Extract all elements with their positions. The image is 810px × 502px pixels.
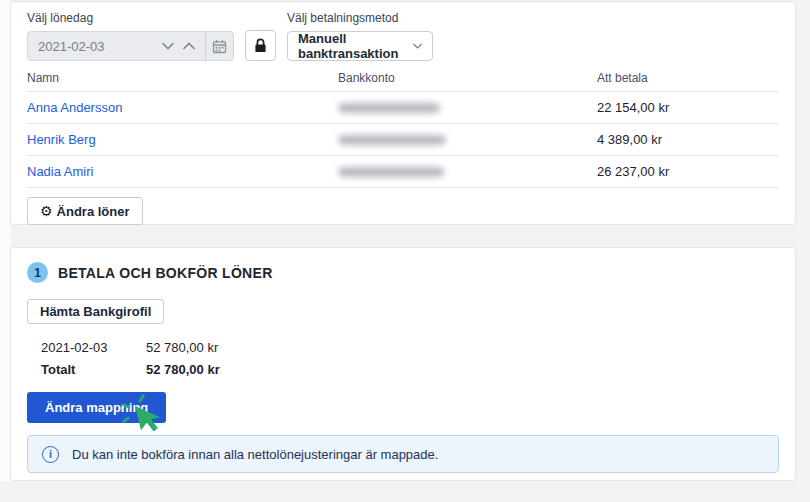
payroll-payment-page: Välj lönedag 2021-02-03 (0, 0, 810, 502)
step-header: 1 BETALA OCH BOKFÖR LÖNER (27, 262, 779, 283)
summary-row: 2021-02-03 52 780,00 kr (27, 336, 779, 358)
amount-to-pay: 26 237,00 kr (597, 164, 779, 179)
total-label: Totalt (41, 362, 146, 377)
lock-icon (254, 38, 267, 53)
total-amount: 52 780,00 kr (146, 362, 220, 377)
summary-date: 2021-02-03 (41, 340, 146, 355)
header-name: Namn (27, 71, 338, 85)
payment-controls: Välj lönedag 2021-02-03 (27, 11, 779, 61)
amount-to-pay: 22 154,00 kr (597, 100, 779, 115)
calendar-icon (212, 39, 227, 54)
payday-label: Välj lönedag (27, 11, 234, 25)
lock-button[interactable] (245, 30, 276, 61)
calendar-button[interactable] (205, 32, 233, 60)
date-step-up-button[interactable] (183, 42, 195, 50)
payment-method-select[interactable]: Manuell banktransaktion (287, 31, 433, 61)
salary-payment-card: Välj lönedag 2021-02-03 (10, 1, 796, 225)
summary-amount: 52 780,00 kr (146, 340, 218, 355)
summary-total-row: Totalt 52 780,00 kr (27, 358, 779, 380)
edit-mapping-button[interactable]: Ändra mappning (27, 392, 166, 423)
bank-account-redacted (338, 135, 446, 145)
header-bank-account: Bankkonto (338, 71, 597, 85)
table-row: Henrik Berg 4 389,00 kr (27, 124, 779, 156)
edit-mapping-label: Ändra mappning (45, 400, 148, 415)
payday-date-value: 2021-02-03 (38, 39, 153, 54)
payday-input-group: 2021-02-03 (27, 31, 234, 61)
info-icon: i (42, 446, 59, 463)
download-bankgiro-button[interactable]: Hämta Bankgirofil (27, 299, 164, 324)
date-step-down-button[interactable] (162, 42, 174, 50)
salary-table-header: Namn Bankkonto Att betala (27, 65, 779, 92)
payday-date-input[interactable]: 2021-02-03 (28, 32, 205, 60)
employee-link[interactable]: Anna Andersson (27, 100, 122, 115)
edit-salaries-label: Ändra löner (57, 204, 130, 219)
table-row: Anna Andersson 22 154,00 kr (27, 92, 779, 124)
table-row: Nadia Amiri 26 237,00 kr (27, 156, 779, 188)
info-alert-text: Du kan inte bokföra innan alla nettolöne… (72, 447, 438, 462)
bank-account-redacted (338, 167, 444, 177)
bank-account-redacted (338, 103, 440, 113)
header-amount: Att betala (597, 71, 779, 85)
employee-link[interactable]: Henrik Berg (27, 132, 96, 147)
payment-method-field: Välj betalningsmetod Manuell banktransak… (287, 11, 433, 61)
amount-to-pay: 4 389,00 kr (597, 132, 779, 147)
gear-icon: ⚙ (40, 204, 53, 218)
left-gutter (0, 0, 10, 481)
payment-method-label: Välj betalningsmetod (287, 11, 433, 25)
salary-table: Namn Bankkonto Att betala Anna Andersson… (27, 65, 779, 188)
chevron-down-icon (162, 42, 174, 50)
chevron-up-icon (183, 42, 195, 50)
step-number-badge: 1 (27, 262, 48, 283)
info-alert: i Du kan inte bokföra innan alla nettolö… (27, 435, 779, 473)
chevron-down-icon (413, 42, 422, 50)
payday-field: Välj lönedag 2021-02-03 (27, 11, 234, 61)
employee-link[interactable]: Nadia Amiri (27, 164, 93, 179)
payment-method-value: Manuell banktransaktion (298, 31, 413, 61)
download-bankgiro-label: Hämta Bankgirofil (40, 304, 151, 319)
section-title: BETALA OCH BOKFÖR LÖNER (58, 265, 273, 281)
payment-summary: 2021-02-03 52 780,00 kr Totalt 52 780,00… (27, 336, 779, 380)
edit-salaries-button[interactable]: ⚙ Ändra löner (27, 197, 143, 225)
pay-and-book-card: 1 BETALA OCH BOKFÖR LÖNER Hämta Bankgiro… (10, 247, 796, 481)
